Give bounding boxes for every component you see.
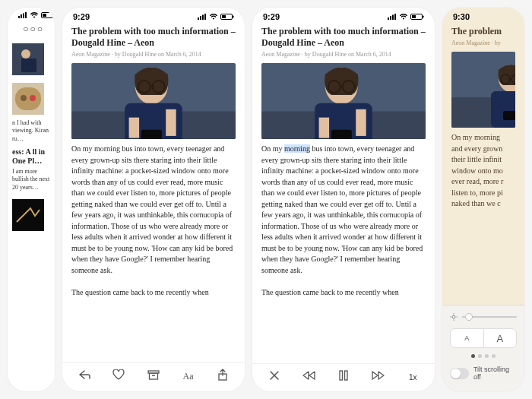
brightness-slider[interactable]: [450, 313, 517, 321]
svg-rect-16: [200, 16, 201, 20]
svg-point-13: [30, 95, 36, 101]
pager-dots: [450, 354, 517, 358]
dot: [471, 354, 475, 358]
list-thumb[interactable]: [12, 83, 44, 115]
svg-rect-11: [15, 87, 41, 110]
article-body: On my morning bus into town, every teena…: [71, 144, 236, 298]
svg-rect-61: [491, 91, 515, 128]
tilt-toggle[interactable]: [450, 368, 469, 379]
status-time: 9:29: [263, 12, 280, 21]
svg-rect-17: [202, 15, 204, 21]
svg-rect-41: [423, 16, 424, 18]
status-bar: [8, 8, 55, 20]
svg-rect-29: [141, 130, 162, 139]
slider-thumb[interactable]: [465, 313, 473, 321]
signal-icon: [18, 12, 27, 18]
archive-icon[interactable]: [145, 369, 162, 383]
dot: [492, 354, 496, 358]
svg-rect-0: [18, 16, 20, 18]
brightness-low-icon: [450, 313, 458, 321]
status-bar: 9:29: [62, 8, 245, 23]
status-icons: [198, 14, 234, 20]
font-size-small-button[interactable]: A: [451, 329, 484, 347]
back-icon[interactable]: [76, 369, 93, 383]
article-meta: Aeon Magazine · by Dougald Hine on March…: [71, 50, 236, 59]
more-icon[interactable]: ○○○: [12, 23, 50, 36]
display-settings-panel: A A Tilt scrolling off: [442, 305, 524, 391]
svg-point-63: [452, 315, 455, 318]
tilt-label: Tilt scrolling off: [473, 366, 517, 381]
article-hero-image: [261, 63, 426, 139]
font-size-control: A A: [450, 328, 517, 348]
svg-rect-18: [204, 14, 206, 20]
svg-rect-36: [388, 17, 389, 20]
close-icon[interactable]: [266, 370, 283, 384]
article-title: The problem with too much information – …: [261, 26, 426, 49]
list-snippet: n I had with viewing. Kiran ru…: [12, 119, 50, 143]
list-item-title[interactable]: ess: A ll in One Pl…: [12, 147, 50, 166]
article-toolbar: Aa: [62, 362, 245, 391]
svg-rect-37: [390, 16, 391, 20]
wifi-icon: [399, 14, 408, 20]
wifi-icon: [209, 14, 218, 20]
article-hero-image: [451, 52, 515, 128]
svg-point-12: [21, 95, 27, 101]
signal-icon: [388, 14, 397, 20]
share-icon[interactable]: [214, 369, 231, 384]
article-meta: Aeon Magazine · by: [451, 39, 515, 47]
article-content[interactable]: The problem with too much information – …: [62, 23, 245, 362]
article-content[interactable]: The problem Aeon Magazine · by On my mor…: [442, 23, 524, 305]
phone-reader-view: 9:29 The problem with too much informati…: [252, 8, 435, 391]
svg-rect-5: [53, 14, 55, 17]
font-size-large-button[interactable]: A: [484, 329, 517, 347]
playback-speed[interactable]: 1x: [404, 373, 421, 382]
article-title: The problem with too much information – …: [71, 26, 236, 49]
svg-rect-52: [356, 109, 366, 136]
article-meta: Aeon Magazine · by Dougald Hine on March…: [261, 50, 426, 59]
svg-rect-14: [12, 199, 44, 231]
article-title: The problem: [451, 26, 515, 37]
svg-rect-62: [503, 111, 515, 120]
like-icon[interactable]: [110, 369, 127, 383]
wifi-icon: [30, 12, 39, 18]
svg-rect-6: [43, 14, 46, 17]
svg-rect-21: [222, 15, 226, 18]
rewind-icon[interactable]: [300, 371, 317, 383]
svg-rect-30: [129, 118, 140, 138]
battery-icon: [410, 14, 424, 20]
dot: [485, 354, 489, 358]
reader-toolbar: 1x: [252, 363, 435, 391]
svg-rect-15: [198, 17, 199, 20]
forward-icon[interactable]: [370, 371, 387, 383]
text-settings-icon[interactable]: Aa: [180, 371, 197, 382]
phone-settings-view: 9:30 The problem Aeon Magazine · by On m…: [442, 8, 524, 391]
status-time: 9:30: [453, 12, 470, 21]
status-bar: 9:30: [442, 8, 524, 23]
article-hero-image: [71, 63, 236, 139]
article-content[interactable]: The problem with too much information – …: [252, 23, 435, 363]
pause-icon[interactable]: [335, 370, 352, 384]
status-icons: [388, 14, 424, 20]
status-bar: 9:29: [252, 8, 435, 23]
svg-rect-33: [149, 373, 157, 379]
svg-rect-53: [340, 371, 343, 380]
svg-rect-31: [166, 109, 176, 136]
status-icons: [18, 12, 55, 18]
battery-icon: [220, 14, 234, 20]
svg-rect-20: [233, 16, 234, 18]
svg-point-8: [21, 49, 30, 59]
svg-rect-54: [344, 371, 347, 380]
svg-rect-9: [21, 59, 36, 72]
svg-rect-38: [392, 15, 394, 21]
phone-article-view: 9:29 The problem with too much informati…: [62, 8, 245, 391]
article-list[interactable]: ○○○ n I had with viewing. Kiran ru… ess:…: [8, 20, 55, 391]
article-body: On my morning and every grown their litt…: [451, 132, 515, 210]
article-body: On my morning bus into town, every teena…: [261, 144, 426, 298]
svg-rect-2: [23, 14, 24, 19]
dot: [478, 354, 482, 358]
battery-icon: [41, 12, 55, 18]
list-thumb[interactable]: [12, 199, 44, 231]
svg-rect-3: [25, 12, 27, 18]
svg-rect-39: [394, 14, 396, 20]
list-thumb[interactable]: [12, 43, 44, 75]
